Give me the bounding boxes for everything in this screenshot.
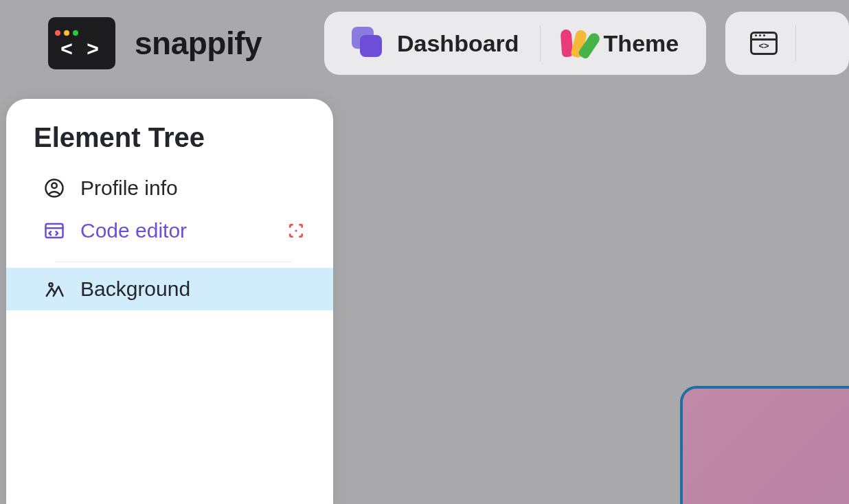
panel-title: Element Tree xyxy=(6,122,333,167)
element-tree-panel: Element Tree Profile info Code editor Ba… xyxy=(6,99,333,504)
focus-icon xyxy=(287,222,305,240)
tool-nav: <> xyxy=(725,12,849,75)
tool-code-window[interactable]: <> xyxy=(732,12,795,75)
svg-point-5 xyxy=(49,283,53,286)
focus-element-button[interactable] xyxy=(286,221,306,240)
nav-dashboard-label: Dashboard xyxy=(397,30,519,57)
app-logo[interactable]: < > xyxy=(48,17,115,69)
user-circle-icon xyxy=(43,177,65,199)
theme-icon xyxy=(561,28,591,58)
nav-theme[interactable]: Theme xyxy=(541,12,700,75)
window-dots-icon xyxy=(55,30,78,36)
code-brackets-icon: < > xyxy=(60,38,102,59)
code-editor-icon xyxy=(43,220,65,242)
nav-dashboard[interactable]: Dashboard xyxy=(331,12,540,75)
tree-item-profile-info[interactable]: Profile info xyxy=(6,167,333,209)
tree-item-label: Background xyxy=(80,277,306,301)
landscape-icon xyxy=(43,278,65,300)
canvas-frame[interactable] xyxy=(680,386,849,504)
tree-item-background[interactable]: Background xyxy=(6,268,333,310)
brand-name: snappify xyxy=(135,25,262,62)
svg-point-4 xyxy=(295,229,297,231)
code-window-icon: <> xyxy=(750,32,778,55)
nav-theme-label: Theme xyxy=(604,30,679,57)
tree-item-label: Profile info xyxy=(80,176,306,200)
svg-point-1 xyxy=(52,183,57,189)
tree-item-code-editor[interactable]: Code editor xyxy=(6,209,333,252)
main-nav: Dashboard Theme xyxy=(324,12,706,75)
tree-item-label: Code editor xyxy=(80,219,271,242)
tool-separator xyxy=(795,25,796,61)
dashboard-icon xyxy=(352,27,385,60)
tree-divider xyxy=(56,262,292,262)
svg-rect-2 xyxy=(46,224,63,238)
